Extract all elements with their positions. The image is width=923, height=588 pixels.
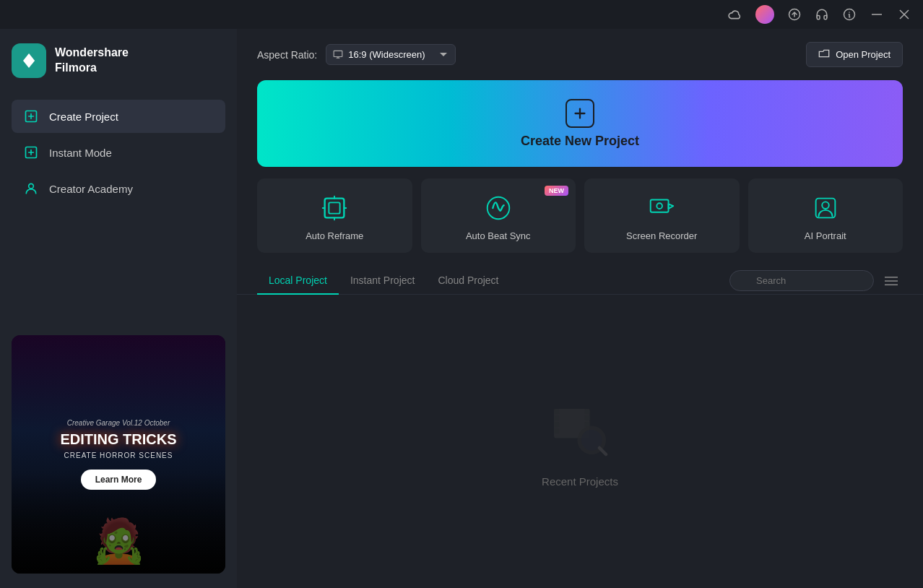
svg-point-26	[657, 203, 663, 209]
create-new-project-banner[interactable]: Create New Project	[257, 80, 903, 167]
list-view-button[interactable]	[880, 269, 903, 293]
svg-line-45	[599, 448, 606, 454]
monitor-icon	[333, 48, 343, 61]
sidebar-banner[interactable]: Creative Garage Vol.12 October EDITING T…	[12, 335, 225, 574]
logo-icon	[12, 43, 46, 78]
close-icon[interactable]	[897, 7, 911, 22]
recent-projects-icon	[547, 396, 612, 464]
screen-recorder-label: Screen Recorder	[626, 230, 697, 241]
svg-rect-39	[584, 409, 589, 414]
svg-point-12	[29, 183, 34, 189]
recent-projects-area: Recent Projects	[237, 295, 923, 588]
sidebar-item-create-project-label: Create Project	[49, 111, 118, 123]
info-icon[interactable]	[842, 7, 857, 22]
tools-grid: Auto Reframe New Auto Beat Sync	[257, 178, 903, 253]
svg-rect-36	[554, 415, 559, 420]
tabs-bar: Local Project Instant Project Cloud Proj…	[237, 267, 923, 295]
banner-bg: Creative Garage Vol.12 October EDITING T…	[12, 335, 225, 574]
tool-auto-beat-sync[interactable]: New Auto Beat Sync	[421, 178, 576, 253]
tab-instant-project[interactable]: Instant Project	[339, 267, 427, 295]
banner-small-title: Creative Garage Vol.12 October	[60, 419, 176, 427]
sidebar-item-instant-mode-label: Instant Mode	[49, 147, 112, 159]
open-project-button[interactable]: Open Project	[806, 42, 903, 67]
sidebar-item-creator-academy[interactable]: Creator Academy	[12, 172, 225, 205]
svg-rect-13	[334, 51, 342, 56]
create-project-icon	[23, 108, 39, 124]
avatar-icon[interactable]	[755, 5, 774, 24]
logo-text: Wondershare Filmora	[55, 46, 129, 76]
ai-portrait-label: AI Portrait	[805, 230, 846, 241]
tool-screen-recorder[interactable]: Screen Recorder	[584, 178, 740, 253]
aspect-ratio-label: Aspect Ratio:	[257, 49, 317, 61]
tab-cloud-project[interactable]: Cloud Project	[426, 267, 510, 295]
open-project-label: Open Project	[836, 49, 890, 60]
cloud-icon[interactable]	[728, 7, 742, 22]
sidebar: Wondershare Filmora Create Project	[0, 29, 237, 588]
creator-academy-icon	[23, 181, 39, 196]
aspect-ratio-select[interactable]: 16:9 (Widescreen) 9:16 (Portrait) 1:1 (S…	[326, 44, 456, 65]
auto-reframe-icon	[319, 193, 350, 223]
sidebar-nav: Create Project Instant Mode	[12, 100, 225, 205]
svg-rect-35	[554, 409, 559, 414]
aspect-ratio-group: Aspect Ratio: 16:9 (Widescreen) 9:16 (Po…	[257, 44, 456, 65]
svg-point-28	[822, 202, 829, 209]
tool-auto-reframe[interactable]: Auto Reframe	[257, 178, 412, 253]
svg-rect-19	[329, 202, 340, 213]
svg-rect-25	[651, 200, 669, 212]
top-bar: Aspect Ratio: 16:9 (Widescreen) 9:16 (Po…	[237, 29, 923, 80]
tool-ai-portrait[interactable]: AI Portrait	[748, 178, 904, 253]
logo: Wondershare Filmora	[12, 43, 225, 78]
create-new-project-label: Create New Project	[521, 134, 639, 149]
banner-subtitle: CREATE HORROR SCENES	[60, 451, 176, 459]
auto-beat-sync-label: Auto Beat Sync	[466, 230, 531, 241]
tabs-search	[729, 269, 903, 293]
headphones-icon[interactable]	[815, 7, 829, 22]
titlebar	[0, 0, 923, 29]
banner-title: EDITING TRICKS	[60, 431, 176, 447]
create-banner-inner: Create New Project	[521, 99, 639, 149]
search-wrapper	[729, 270, 874, 291]
screen-recorder-icon	[646, 193, 677, 223]
app-body: Wondershare Filmora Create Project	[0, 29, 923, 588]
svg-rect-40	[584, 415, 589, 420]
sidebar-item-creator-academy-label: Creator Academy	[49, 183, 133, 195]
upload-icon[interactable]	[787, 7, 802, 22]
learn-more-button[interactable]: Learn More	[81, 470, 157, 490]
svg-rect-37	[554, 422, 559, 427]
recent-projects-label: Recent Projects	[542, 475, 618, 488]
search-input[interactable]	[729, 270, 874, 291]
main-content: Aspect Ratio: 16:9 (Widescreen) 9:16 (Po…	[237, 29, 923, 588]
auto-reframe-label: Auto Reframe	[306, 230, 363, 241]
ai-portrait-icon	[810, 193, 841, 223]
instant-mode-icon	[23, 144, 39, 160]
tab-local-project[interactable]: Local Project	[257, 267, 339, 295]
folder-icon	[818, 48, 830, 61]
create-plus-icon	[566, 99, 594, 128]
new-badge: New	[545, 186, 568, 196]
auto-beat-sync-icon	[483, 193, 514, 223]
minimize-icon[interactable]	[870, 7, 884, 22]
sidebar-item-instant-mode[interactable]: Instant Mode	[12, 136, 225, 169]
sidebar-item-create-project[interactable]: Create Project	[12, 100, 225, 133]
svg-rect-18	[325, 199, 344, 218]
svg-rect-38	[554, 428, 559, 433]
